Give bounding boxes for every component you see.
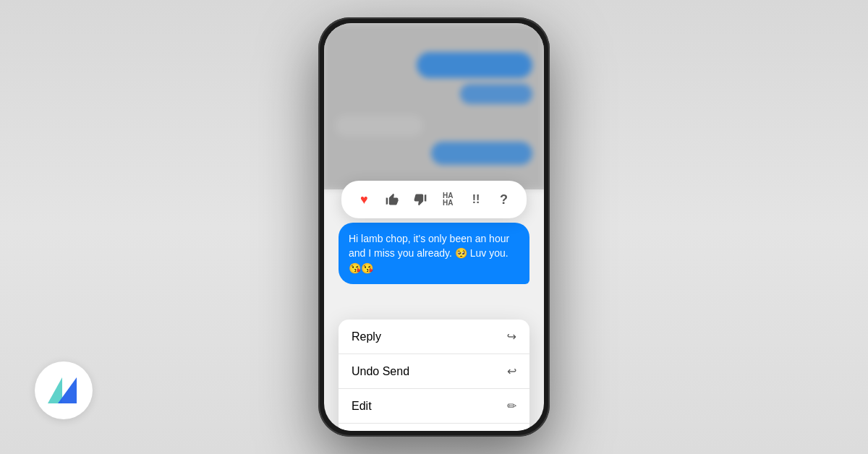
phone-frame: ♥ HAHA !! ? Hi lamb chop, it's only been… [318, 17, 550, 437]
haha-text: HAHA [443, 192, 453, 207]
reaction-thumbs-down[interactable] [409, 188, 432, 211]
message-bubble: Hi lamb chop, it's only been an hour and… [339, 223, 529, 284]
menu-item-reply[interactable]: Reply ↩ [339, 320, 529, 354]
reply-icon: ↩ [507, 330, 516, 343]
logo-circle [35, 361, 93, 419]
menu-undo-send-label: Undo Send [352, 365, 409, 378]
reaction-question[interactable]: ? [493, 188, 516, 211]
menu-reply-label: Reply [352, 330, 381, 343]
menu-edit-label: Edit [352, 400, 372, 413]
overlay-dim [324, 23, 544, 189]
context-menu: Reply ↩ Undo Send ↩ Edit ✏ Copy ⧉ [339, 320, 529, 431]
menu-item-edit[interactable]: Edit ✏ [339, 389, 529, 424]
undo-send-icon: ↩ [507, 364, 516, 378]
phone-screen: ♥ HAHA !! ? Hi lamb chop, it's only been… [324, 23, 544, 431]
reaction-haha[interactable]: HAHA [436, 188, 459, 211]
menu-item-undo-send[interactable]: Undo Send ↩ [339, 354, 529, 389]
menu-item-copy[interactable]: Copy ⧉ [339, 424, 529, 431]
reaction-heart[interactable]: ♥ [352, 188, 375, 211]
reaction-emphasis[interactable]: !! [464, 188, 488, 211]
edit-icon: ✏ [507, 399, 516, 413]
reaction-thumbs-up[interactable] [380, 188, 404, 211]
svg-marker-0 [48, 377, 62, 403]
reaction-bar: ♥ HAHA !! ? [341, 181, 527, 218]
logo-icon [48, 376, 80, 405]
message-text: Hi lamb chop, it's only been an hour and… [349, 233, 509, 274]
